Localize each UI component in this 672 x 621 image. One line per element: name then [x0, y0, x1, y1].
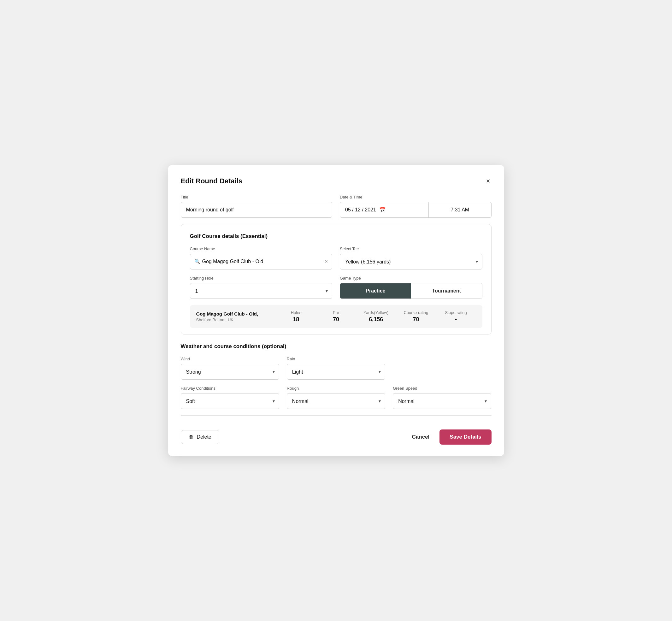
course-name-input[interactable]: [190, 254, 333, 270]
par-stat: Par 70: [316, 310, 356, 323]
slope-rating-stat: Slope rating -: [436, 310, 476, 323]
time-value: 7:31 AM: [451, 207, 469, 213]
holes-stat: Holes 18: [276, 310, 316, 323]
practice-toggle-button[interactable]: Practice: [340, 283, 411, 298]
select-tee-group: Select Tee Yellow (6,156 yards) White Re…: [340, 246, 482, 270]
save-button[interactable]: Save Details: [439, 429, 491, 445]
search-icon: 🔍: [194, 259, 200, 264]
green-speed-wrap: SlowNormalFast ▾: [393, 393, 491, 409]
starting-hole-group: Starting Hole 1234 5678 910 ▾: [190, 276, 333, 299]
trash-icon: 🗑: [189, 434, 194, 440]
slope-rating-value: -: [436, 316, 476, 323]
fairway-label: Fairway Conditions: [181, 386, 279, 391]
select-tee-wrap: Yellow (6,156 yards) White Red Blue ▾: [340, 254, 482, 270]
course-name-clear-button[interactable]: ×: [325, 259, 328, 264]
course-rating-value: 70: [396, 316, 436, 323]
yards-stat: Yards(Yellow) 6,156: [356, 310, 396, 323]
title-input[interactable]: [181, 202, 333, 218]
course-info-name-block: Gog Magog Golf Club - Old, Shelford Bott…: [196, 311, 276, 322]
weather-section: Weather and course conditions (optional)…: [181, 343, 492, 409]
wind-wrap: NoneLightModerateStrong ▾: [181, 364, 279, 380]
hole-gametype-row: Starting Hole 1234 5678 910 ▾ Game Type …: [190, 276, 482, 299]
weather-section-title: Weather and course conditions (optional): [181, 343, 492, 349]
edit-round-modal: Edit Round Details × Title Date & Time 0…: [168, 165, 504, 456]
holes-label: Holes: [276, 310, 316, 315]
rough-label: Rough: [287, 386, 385, 391]
course-info-location: Shelford Bottom, UK: [196, 318, 276, 322]
title-group: Title: [181, 195, 333, 218]
calendar-icon: 📅: [379, 207, 385, 213]
starting-hole-dropdown[interactable]: 1234 5678 910: [190, 283, 333, 299]
date-field[interactable]: 05 / 12 / 2021 📅: [340, 202, 429, 218]
fairway-rough-green-row: Fairway Conditions SoftNormalHard ▾ Roug…: [181, 386, 492, 409]
rough-group: Rough SoftNormalHard ▾: [287, 386, 385, 409]
rain-group: Rain NoneLightModerateHeavy ▾: [287, 357, 385, 380]
cancel-button[interactable]: Cancel: [410, 430, 432, 444]
course-name-group: Course Name 🔍 ×: [190, 246, 333, 270]
golf-section-title: Golf Course details (Essential): [190, 233, 482, 240]
delete-label: Delete: [197, 434, 211, 440]
green-speed-label: Green Speed: [393, 386, 491, 391]
rough-wrap: SoftNormalHard ▾: [287, 393, 385, 409]
yards-value: 6,156: [356, 316, 396, 323]
wind-group: Wind NoneLightModerateStrong ▾: [181, 357, 279, 380]
green-speed-dropdown[interactable]: SlowNormalFast: [393, 393, 491, 409]
rough-dropdown[interactable]: SoftNormalHard: [287, 393, 385, 409]
date-time-fields: 05 / 12 / 2021 📅 7:31 AM: [340, 202, 492, 218]
rain-wrap: NoneLightModerateHeavy ▾: [287, 364, 385, 380]
fairway-wrap: SoftNormalHard ▾: [181, 393, 279, 409]
game-type-toggle: Practice Tournament: [340, 283, 482, 299]
wind-rain-row: Wind NoneLightModerateStrong ▾ Rain None…: [181, 357, 492, 380]
game-type-label: Game Type: [340, 276, 482, 281]
course-name-label: Course Name: [190, 246, 333, 251]
course-info-row: Gog Magog Golf Club - Old, Shelford Bott…: [190, 305, 482, 328]
par-value: 70: [316, 316, 356, 323]
wind-dropdown[interactable]: NoneLightModerateStrong: [181, 364, 279, 380]
course-search-wrap: 🔍 ×: [190, 254, 333, 270]
select-tee-dropdown[interactable]: Yellow (6,156 yards) White Red Blue: [340, 254, 482, 270]
course-info-name: Gog Magog Golf Club - Old,: [196, 311, 276, 317]
starting-hole-wrap: 1234 5678 910 ▾: [190, 283, 333, 299]
modal-title: Edit Round Details: [181, 177, 243, 185]
footer-right: Cancel Save Details: [410, 429, 492, 445]
yards-label: Yards(Yellow): [356, 310, 396, 315]
green-speed-group: Green Speed SlowNormalFast ▾: [393, 386, 491, 409]
game-type-group: Game Type Practice Tournament: [340, 276, 482, 299]
slope-rating-label: Slope rating: [436, 310, 476, 315]
time-field[interactable]: 7:31 AM: [429, 202, 491, 218]
course-tee-row: Course Name 🔍 × Select Tee Yellow (6,156…: [190, 246, 482, 270]
select-tee-label: Select Tee: [340, 246, 482, 251]
course-rating-stat: Course rating 70: [396, 310, 436, 323]
close-button[interactable]: ×: [485, 176, 492, 186]
title-label: Title: [181, 195, 333, 199]
par-label: Par: [316, 310, 356, 315]
holes-value: 18: [276, 316, 316, 323]
fairway-group: Fairway Conditions SoftNormalHard ▾: [181, 386, 279, 409]
date-value: 05 / 12 / 2021: [345, 207, 376, 213]
rain-label: Rain: [287, 357, 385, 361]
starting-hole-label: Starting Hole: [190, 276, 333, 281]
datetime-label: Date & Time: [340, 195, 492, 199]
tournament-toggle-button[interactable]: Tournament: [411, 283, 482, 298]
footer-row: 🗑 Delete Cancel Save Details: [181, 423, 492, 445]
fairway-dropdown[interactable]: SoftNormalHard: [181, 393, 279, 409]
golf-course-section: Golf Course details (Essential) Course N…: [181, 224, 492, 334]
wind-label: Wind: [181, 357, 279, 361]
rain-dropdown[interactable]: NoneLightModerateHeavy: [287, 364, 385, 380]
course-rating-label: Course rating: [396, 310, 436, 315]
modal-header: Edit Round Details ×: [181, 176, 492, 186]
datetime-group: Date & Time 05 / 12 / 2021 📅 7:31 AM: [340, 195, 492, 218]
title-datetime-row: Title Date & Time 05 / 12 / 2021 📅 7:31 …: [181, 195, 492, 218]
delete-button[interactable]: 🗑 Delete: [181, 430, 219, 444]
